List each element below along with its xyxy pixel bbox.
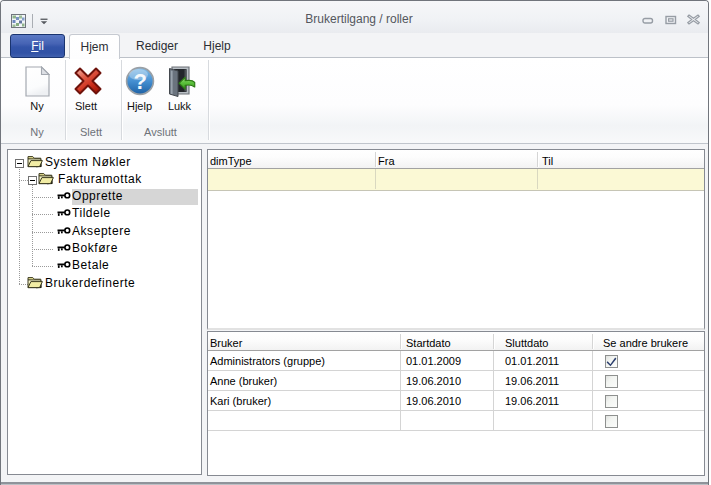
- svg-text:?: ?: [133, 69, 146, 94]
